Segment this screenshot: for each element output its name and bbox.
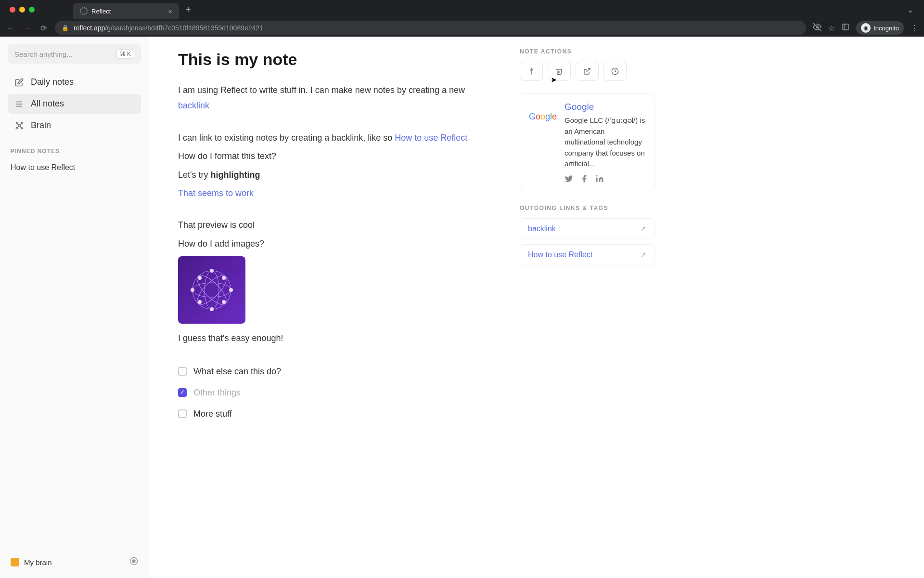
list-icon: [14, 100, 24, 108]
incognito-badge[interactable]: ◉ Incognito: [856, 21, 904, 35]
incognito-icon: ◉: [861, 23, 871, 33]
backlink-link[interactable]: How to use Reflect: [395, 133, 467, 143]
facebook-icon[interactable]: [580, 174, 589, 183]
svg-point-16: [132, 560, 135, 563]
svg-line-11: [17, 124, 18, 125]
tab-close-icon[interactable]: ×: [168, 7, 172, 15]
share-button[interactable]: [576, 62, 599, 81]
back-button[interactable]: ←: [6, 24, 15, 32]
traffic-lights: [10, 7, 35, 13]
new-tab-button[interactable]: +: [186, 5, 191, 15]
twitter-icon[interactable]: [565, 174, 573, 183]
linkedin-icon[interactable]: [595, 174, 604, 183]
svg-point-23: [210, 307, 214, 311]
pinned-notes-label: PINNED NOTES: [11, 148, 141, 155]
lock-icon: 🔒: [62, 25, 69, 31]
kebab-menu-icon[interactable]: ⋮: [911, 24, 918, 33]
social-links: [565, 174, 646, 183]
paragraph[interactable]: How do I format this text?: [178, 148, 491, 164]
checkbox[interactable]: [178, 367, 187, 376]
info-card[interactable]: Google Google Google LLC (/ˈɡuːɡəl/) is …: [520, 93, 654, 191]
checklist: What else can this do? ✓ Other things Mo…: [178, 361, 491, 425]
tab-bar: Reflect × + ⌄: [0, 0, 924, 19]
outgoing-link-text: backlink: [528, 224, 556, 233]
address-bar[interactable]: 🔒 reflect.app/g/sarahjonas/bd4fb7c0510f4…: [55, 21, 806, 35]
edit-icon: [14, 78, 24, 87]
sidebar-item-brain[interactable]: Brain: [8, 116, 141, 135]
svg-point-8: [21, 122, 23, 124]
note-actions-label: NOTE ACTIONS: [520, 48, 654, 55]
paragraph[interactable]: I am using Reflect to write stuff in. I …: [178, 82, 491, 114]
paragraph[interactable]: I can link to existing notes by creating…: [178, 130, 491, 145]
browser-tab[interactable]: Reflect ×: [73, 3, 179, 19]
bold-text: highlighting: [210, 170, 260, 180]
paragraph[interactable]: That seems to work: [178, 185, 491, 201]
eye-off-icon[interactable]: [813, 23, 821, 33]
checklist-item[interactable]: What else can this do?: [178, 361, 491, 382]
checklist-item[interactable]: More stuff: [178, 403, 491, 424]
checkbox-checked[interactable]: ✓: [178, 388, 187, 397]
star-icon[interactable]: ☆: [828, 24, 835, 33]
outgoing-link-text: How to use Reflect: [528, 250, 592, 259]
svg-rect-2: [844, 24, 845, 30]
window-minimize[interactable]: [19, 7, 25, 13]
url-bar: ← → ⟳ 🔒 reflect.app/g/sarahjonas/bd4fb7c…: [0, 19, 924, 37]
pinned-note-item[interactable]: How to use Reflect: [8, 159, 141, 176]
svg-point-18: [192, 283, 231, 297]
extensions-icon[interactable]: [842, 23, 849, 33]
note-title[interactable]: This is my note: [178, 50, 491, 69]
link[interactable]: That seems to work: [178, 188, 254, 198]
search-input[interactable]: Search anything... ⌘ K: [8, 44, 141, 64]
svg-line-13: [17, 126, 18, 127]
embedded-image[interactable]: [178, 256, 245, 324]
window-close[interactable]: [10, 7, 15, 13]
svg-point-22: [210, 269, 214, 273]
arrow-icon: ↗: [641, 251, 646, 259]
checklist-label: Other things: [193, 385, 241, 400]
history-button[interactable]: [603, 62, 627, 81]
svg-point-19: [205, 271, 219, 309]
sidebar: Search anything... ⌘ K Daily notes All n…: [0, 37, 149, 578]
svg-point-28: [198, 300, 202, 304]
google-logo: Google: [529, 112, 557, 122]
card-title[interactable]: Google: [565, 102, 646, 112]
sidebar-item-all-notes[interactable]: All notes: [8, 94, 141, 114]
svg-point-26: [198, 276, 202, 280]
outgoing-link-item[interactable]: backlink ↗: [520, 218, 654, 239]
checklist-label: More stuff: [193, 406, 232, 421]
paragraph[interactable]: That preview is cool: [178, 217, 491, 233]
tabs-dropdown-icon[interactable]: ⌄: [907, 5, 913, 14]
tab-title: Reflect: [91, 8, 164, 15]
nav-label: Brain: [31, 120, 51, 131]
search-shortcut: ⌘ K: [116, 49, 134, 59]
backlink-link[interactable]: backlink: [178, 101, 209, 110]
checklist-item[interactable]: ✓ Other things: [178, 382, 491, 403]
paragraph[interactable]: How do I add images?: [178, 236, 491, 251]
svg-point-10: [21, 127, 23, 129]
brain-color-swatch: [11, 558, 19, 566]
outgoing-link-item[interactable]: How to use Reflect ↗: [520, 244, 654, 265]
tab-favicon: [80, 7, 88, 15]
sidebar-item-daily-notes[interactable]: Daily notes: [8, 72, 141, 92]
nav-label: Daily notes: [31, 77, 74, 87]
pin-button[interactable]: [520, 62, 543, 81]
help-icon[interactable]: [129, 557, 138, 567]
reload-button[interactable]: ⟳: [38, 24, 48, 33]
nav-label: All notes: [31, 99, 64, 109]
window-maximize[interactable]: [29, 7, 35, 13]
svg-point-24: [191, 288, 194, 292]
forward-button[interactable]: →: [22, 24, 32, 32]
svg-point-27: [222, 276, 226, 280]
card-thumbnail: Google: [528, 102, 558, 131]
note-body[interactable]: I am using Reflect to write stuff in. I …: [178, 82, 491, 425]
sidebar-footer[interactable]: My brain: [8, 554, 141, 570]
delete-button[interactable]: [548, 62, 571, 81]
checkbox[interactable]: [178, 409, 187, 418]
paragraph[interactable]: I guess that's easy enough!: [178, 330, 491, 346]
svg-line-12: [20, 124, 21, 125]
note-editor[interactable]: This is my note I am using Reflect to wr…: [149, 37, 520, 578]
url-text: reflect.app/g/sarahjonas/bd4fb7c0510f489…: [74, 24, 263, 32]
paragraph[interactable]: Let's try highlighting: [178, 167, 491, 183]
svg-point-25: [229, 288, 233, 292]
arrow-icon: ↗: [641, 225, 646, 233]
